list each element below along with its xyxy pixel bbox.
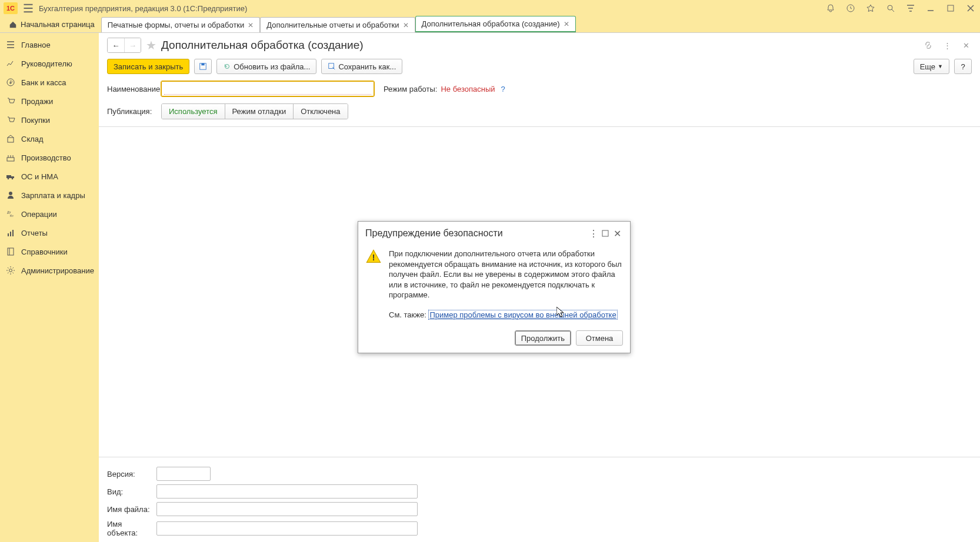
save-close-button[interactable]: Записать и закрыть (107, 59, 189, 74)
svg-point-10 (12, 178, 14, 180)
filter-icon[interactable] (905, 2, 916, 14)
purchase-icon (6, 115, 15, 125)
tab-close-icon[interactable]: ✕ (403, 21, 409, 29)
security-dialog: Предупреждение безопасности ⋮ ✕ ! При по… (358, 221, 631, 353)
more-button[interactable]: Еще ▼ (914, 59, 949, 74)
svg-rect-14 (8, 233, 9, 236)
obj-input[interactable] (156, 521, 418, 536)
toolbar: Записать и закрыть Обновить из файла... … (107, 59, 972, 74)
person-icon (6, 190, 15, 200)
svg-rect-6 (7, 158, 14, 161)
sidebar-item-bank[interactable]: ₽Банк и касса (0, 73, 99, 92)
help-button[interactable]: ? (954, 59, 972, 74)
tab-label: Печатные формы, отчеты и обработки (108, 21, 245, 29)
file-input[interactable] (156, 502, 418, 516)
svg-text:₽: ₽ (9, 80, 12, 85)
mode-help-icon[interactable]: ? (501, 85, 505, 93)
titlebar-controls (825, 2, 976, 14)
sidebar-item-assets[interactable]: ОС и НМА (0, 167, 99, 186)
tab-label: Дополнительные отчеты и обработки (266, 21, 399, 29)
titlebar: 1C Бухгалтерия предприятия, редакция 3.0… (0, 0, 980, 16)
bottom-form: Версия: Вид: Имя файла: Имя объекта: (107, 457, 972, 537)
menu-icon (6, 40, 15, 49)
file-label: Имя файла: (107, 505, 153, 514)
dialog-close-icon[interactable]: ✕ (611, 227, 623, 239)
mode-value: Не безопасный (441, 85, 495, 93)
update-from-file-button[interactable]: Обновить из файла... (216, 59, 316, 74)
page-header: ← → ★ Дополнительная обработка (создание… (107, 38, 972, 53)
svg-rect-20 (202, 63, 205, 66)
dialog-more-icon[interactable]: ⋮ (588, 227, 599, 239)
favorite-star-icon[interactable]: ★ (146, 38, 156, 52)
sidebar-item-operations[interactable]: ДтКтОперации (0, 205, 99, 223)
sidebar-item-main[interactable]: Главное (0, 35, 99, 54)
dialog-buttons: Продолжить Отмена (358, 326, 630, 353)
svg-point-18 (9, 269, 12, 272)
cancel-button[interactable]: Отмена (576, 330, 623, 346)
svg-point-1 (888, 5, 892, 10)
save-as-icon (328, 62, 336, 71)
sidebar-item-sales[interactable]: Продажи (0, 92, 99, 111)
sidebar-item-hr[interactable]: Зарплата и кадры (0, 186, 99, 205)
publication-row: Публикация: Используется Режим отладки О… (107, 103, 972, 119)
factory-icon (6, 153, 15, 162)
tab-print-forms[interactable]: Печатные формы, отчеты и обработки ✕ (101, 17, 261, 32)
kind-input[interactable] (156, 484, 418, 498)
sidebar-item-label: Операции (21, 210, 57, 219)
svg-rect-15 (10, 232, 11, 236)
tab-home[interactable]: Начальная страница (0, 16, 101, 32)
save-button[interactable] (194, 59, 212, 74)
link-icon[interactable] (922, 39, 934, 51)
dialog-text-block: При подключении дополнительного отчета и… (389, 249, 623, 320)
star-icon[interactable] (865, 2, 876, 14)
sidebar-item-manager[interactable]: Руководителю (0, 54, 99, 73)
tab-close-icon[interactable]: ✕ (564, 20, 569, 28)
svg-point-11 (9, 192, 12, 195)
name-input[interactable] (164, 83, 371, 95)
sidebar-item-catalogs[interactable]: Справочники (0, 242, 99, 261)
sidebar-item-reports[interactable]: Отчеты (0, 223, 99, 242)
warehouse-icon (6, 134, 15, 143)
tab-additional-reports[interactable]: Дополнительные отчеты и обработки ✕ (260, 17, 415, 32)
sidebar-item-purchases[interactable]: Покупки (0, 111, 99, 129)
svg-rect-5 (8, 138, 14, 142)
version-input[interactable] (156, 467, 211, 481)
maximize-icon[interactable] (945, 2, 956, 14)
sidebar: Главное Руководителю ₽Банк и касса Прода… (0, 33, 99, 542)
nav-forward[interactable]: → (124, 38, 141, 52)
publication-label: Публикация: (107, 107, 158, 116)
dialog-title: Предупреждение безопасности (365, 228, 588, 239)
minimize-icon[interactable] (925, 2, 936, 14)
dialog-message: При подключении дополнительного отчета и… (389, 249, 623, 300)
bell-icon[interactable] (825, 2, 836, 14)
pub-option-disabled[interactable]: Отключена (293, 104, 347, 119)
tab-close-icon[interactable]: ✕ (248, 21, 254, 29)
continue-button[interactable]: Продолжить (515, 330, 571, 346)
search-icon[interactable] (885, 2, 896, 14)
app-logo: 1C (4, 2, 18, 14)
svg-text:Кт: Кт (10, 214, 14, 218)
chart-icon (6, 59, 15, 68)
close-page-icon[interactable]: ✕ (960, 39, 972, 51)
pub-option-active[interactable]: Используется (162, 104, 225, 119)
svg-rect-7 (6, 175, 11, 178)
nav-back[interactable]: ← (108, 38, 124, 52)
save-as-button[interactable]: Сохранить как... (321, 59, 402, 74)
sidebar-item-label: Зарплата и кадры (21, 191, 85, 200)
dialog-link[interactable]: Пример проблемы с вирусом во внешней обр… (428, 310, 617, 320)
sidebar-item-admin[interactable]: Администрирование (0, 261, 99, 280)
svg-text:!: ! (372, 253, 375, 262)
home-icon (9, 21, 17, 29)
history-icon[interactable] (845, 2, 856, 14)
name-row: Наименование: Режим работы: Не безопасны… (107, 81, 972, 96)
pub-option-debug[interactable]: Режим отладки (225, 104, 294, 119)
tab-additional-processing[interactable]: Дополнительная обработка (создание) ✕ (415, 16, 576, 32)
more-icon[interactable]: ⋮ (941, 39, 953, 51)
tabs: Начальная страница Печатные формы, отчет… (0, 16, 980, 33)
sidebar-item-production[interactable]: Производство (0, 148, 99, 167)
sidebar-item-warehouse[interactable]: Склад (0, 129, 99, 148)
menu-icon[interactable] (22, 2, 34, 14)
dialog-maximize-icon[interactable] (599, 227, 611, 239)
svg-rect-8 (11, 176, 14, 178)
close-icon[interactable] (965, 2, 976, 14)
